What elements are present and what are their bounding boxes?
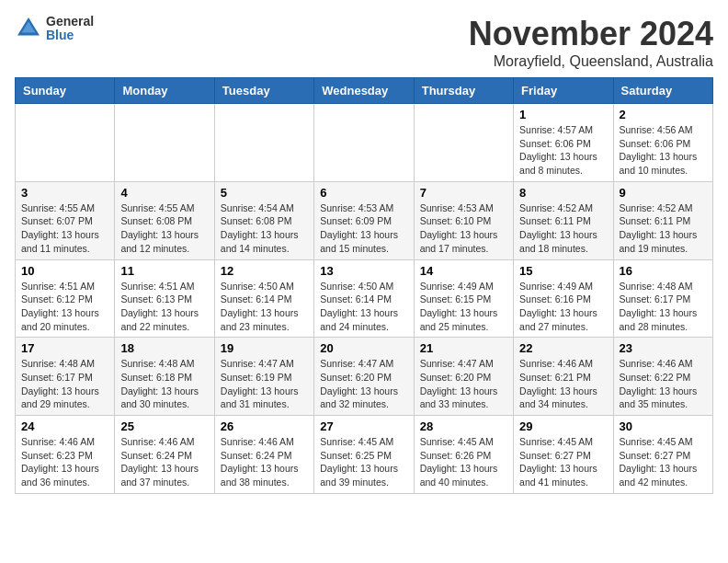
weekday-header-row: SundayMondayTuesdayWednesdayThursdayFrid… (16, 78, 713, 104)
weekday-header-thursday: Thursday (414, 78, 513, 104)
day-info: Sunrise: 4:45 AMSunset: 6:25 PMDaylight:… (320, 435, 407, 489)
weekday-header-tuesday: Tuesday (214, 78, 313, 104)
day-cell (115, 104, 214, 182)
day-info: Sunrise: 4:56 AMSunset: 6:06 PMDaylight:… (620, 123, 707, 178)
day-cell: 3Sunrise: 4:55 AMSunset: 6:07 PMDaylight… (16, 181, 115, 259)
day-info: Sunrise: 4:53 AMSunset: 6:09 PMDaylight:… (320, 201, 407, 256)
day-cell: 2Sunrise: 4:56 AMSunset: 6:06 PMDaylight… (613, 104, 712, 182)
logo-blue-text: Blue (46, 29, 94, 42)
day-info: Sunrise: 4:55 AMSunset: 6:07 PMDaylight:… (21, 201, 108, 256)
day-info: Sunrise: 4:53 AMSunset: 6:10 PMDaylight:… (420, 201, 507, 256)
day-number: 23 (620, 341, 707, 355)
day-cell: 27Sunrise: 4:45 AMSunset: 6:25 PMDayligh… (314, 416, 414, 494)
day-cell: 22Sunrise: 4:46 AMSunset: 6:21 PMDayligh… (514, 338, 613, 416)
day-info: Sunrise: 4:48 AMSunset: 6:17 PMDaylight:… (620, 280, 707, 334)
day-info: Sunrise: 4:50 AMSunset: 6:14 PMDaylight:… (221, 280, 308, 334)
day-cell: 29Sunrise: 4:45 AMSunset: 6:27 PMDayligh… (514, 416, 613, 494)
month-title: November 2024 (469, 15, 713, 53)
day-number: 5 (221, 186, 308, 200)
title-area: November 2024 Morayfield, Queensland, Au… (469, 15, 713, 70)
day-number: 30 (620, 419, 707, 433)
day-cell (214, 104, 313, 182)
day-cell: 15Sunrise: 4:49 AMSunset: 6:16 PMDayligh… (514, 259, 613, 338)
day-number: 10 (21, 264, 108, 278)
day-cell (16, 104, 115, 182)
logo: General Blue (15, 15, 94, 43)
day-number: 21 (420, 341, 507, 355)
day-info: Sunrise: 4:46 AMSunset: 6:24 PMDaylight:… (221, 435, 308, 489)
day-cell: 14Sunrise: 4:49 AMSunset: 6:15 PMDayligh… (414, 259, 513, 338)
day-info: Sunrise: 4:45 AMSunset: 6:27 PMDaylight:… (519, 435, 607, 489)
day-info: Sunrise: 4:47 AMSunset: 6:20 PMDaylight:… (420, 357, 507, 411)
day-info: Sunrise: 4:48 AMSunset: 6:18 PMDaylight:… (120, 357, 208, 411)
day-cell: 5Sunrise: 4:54 AMSunset: 6:08 PMDaylight… (214, 181, 313, 259)
weekday-header-sunday: Sunday (16, 78, 115, 104)
day-cell: 13Sunrise: 4:50 AMSunset: 6:14 PMDayligh… (314, 259, 414, 338)
day-number: 12 (221, 264, 308, 278)
day-info: Sunrise: 4:46 AMSunset: 6:24 PMDaylight:… (120, 435, 208, 489)
day-number: 16 (620, 264, 707, 278)
day-cell: 1Sunrise: 4:57 AMSunset: 6:06 PMDaylight… (514, 104, 613, 182)
day-number: 6 (320, 186, 407, 200)
day-number: 1 (519, 108, 607, 121)
day-info: Sunrise: 4:52 AMSunset: 6:11 PMDaylight:… (620, 201, 707, 256)
logo-general-text: General (46, 15, 94, 29)
day-number: 14 (420, 264, 507, 278)
day-number: 17 (21, 341, 108, 355)
header: General Blue November 2024 Morayfield, Q… (15, 15, 713, 70)
day-info: Sunrise: 4:57 AMSunset: 6:06 PMDaylight:… (519, 123, 607, 178)
day-info: Sunrise: 4:46 AMSunset: 6:22 PMDaylight:… (620, 357, 707, 411)
day-info: Sunrise: 4:52 AMSunset: 6:11 PMDaylight:… (519, 201, 607, 256)
day-cell: 19Sunrise: 4:47 AMSunset: 6:19 PMDayligh… (214, 338, 313, 416)
day-cell: 25Sunrise: 4:46 AMSunset: 6:24 PMDayligh… (115, 416, 214, 494)
day-number: 19 (221, 341, 308, 355)
weekday-header-saturday: Saturday (613, 78, 712, 104)
day-number: 22 (519, 341, 607, 355)
day-cell: 8Sunrise: 4:52 AMSunset: 6:11 PMDaylight… (514, 181, 613, 259)
day-cell: 30Sunrise: 4:45 AMSunset: 6:27 PMDayligh… (613, 416, 712, 494)
day-number: 29 (519, 419, 607, 433)
day-number: 13 (320, 264, 407, 278)
day-cell: 11Sunrise: 4:51 AMSunset: 6:13 PMDayligh… (115, 259, 214, 338)
week-row-4: 24Sunrise: 4:46 AMSunset: 6:23 PMDayligh… (16, 416, 713, 494)
day-info: Sunrise: 4:45 AMSunset: 6:27 PMDaylight:… (620, 435, 707, 489)
day-cell: 28Sunrise: 4:45 AMSunset: 6:26 PMDayligh… (414, 416, 513, 494)
day-cell: 20Sunrise: 4:47 AMSunset: 6:20 PMDayligh… (314, 338, 414, 416)
day-info: Sunrise: 4:55 AMSunset: 6:08 PMDaylight:… (120, 201, 208, 256)
week-row-2: 10Sunrise: 4:51 AMSunset: 6:12 PMDayligh… (16, 259, 713, 338)
day-number: 9 (620, 186, 707, 200)
logo-icon (15, 15, 42, 42)
day-number: 18 (120, 341, 208, 355)
day-cell: 6Sunrise: 4:53 AMSunset: 6:09 PMDaylight… (314, 181, 414, 259)
day-cell: 24Sunrise: 4:46 AMSunset: 6:23 PMDayligh… (16, 416, 115, 494)
day-info: Sunrise: 4:47 AMSunset: 6:19 PMDaylight:… (221, 357, 308, 411)
day-info: Sunrise: 4:51 AMSunset: 6:12 PMDaylight:… (21, 280, 108, 334)
week-row-0: 1Sunrise: 4:57 AMSunset: 6:06 PMDaylight… (16, 104, 713, 182)
day-number: 7 (420, 186, 507, 200)
day-number: 15 (519, 264, 607, 278)
weekday-header-monday: Monday (115, 78, 214, 104)
day-info: Sunrise: 4:49 AMSunset: 6:15 PMDaylight:… (420, 280, 507, 334)
day-number: 28 (420, 419, 507, 433)
day-cell: 12Sunrise: 4:50 AMSunset: 6:14 PMDayligh… (214, 259, 313, 338)
location-title: Morayfield, Queensland, Australia (469, 53, 713, 70)
day-number: 25 (120, 419, 208, 433)
day-info: Sunrise: 4:49 AMSunset: 6:16 PMDaylight:… (519, 280, 607, 334)
day-cell: 17Sunrise: 4:48 AMSunset: 6:17 PMDayligh… (16, 338, 115, 416)
day-info: Sunrise: 4:47 AMSunset: 6:20 PMDaylight:… (320, 357, 407, 411)
day-info: Sunrise: 4:46 AMSunset: 6:23 PMDaylight:… (21, 435, 108, 489)
day-cell: 7Sunrise: 4:53 AMSunset: 6:10 PMDaylight… (414, 181, 513, 259)
day-info: Sunrise: 4:50 AMSunset: 6:14 PMDaylight:… (320, 280, 407, 334)
week-row-1: 3Sunrise: 4:55 AMSunset: 6:07 PMDaylight… (16, 181, 713, 259)
weekday-header-wednesday: Wednesday (314, 78, 414, 104)
day-cell: 4Sunrise: 4:55 AMSunset: 6:08 PMDaylight… (115, 181, 214, 259)
day-info: Sunrise: 4:46 AMSunset: 6:21 PMDaylight:… (519, 357, 607, 411)
day-number: 4 (120, 186, 208, 200)
day-info: Sunrise: 4:54 AMSunset: 6:08 PMDaylight:… (221, 201, 308, 256)
day-info: Sunrise: 4:48 AMSunset: 6:17 PMDaylight:… (21, 357, 108, 411)
week-row-3: 17Sunrise: 4:48 AMSunset: 6:17 PMDayligh… (16, 338, 713, 416)
day-number: 2 (620, 108, 707, 121)
calendar-table: SundayMondayTuesdayWednesdayThursdayFrid… (15, 77, 713, 494)
day-number: 3 (21, 186, 108, 200)
day-cell: 16Sunrise: 4:48 AMSunset: 6:17 PMDayligh… (613, 259, 712, 338)
